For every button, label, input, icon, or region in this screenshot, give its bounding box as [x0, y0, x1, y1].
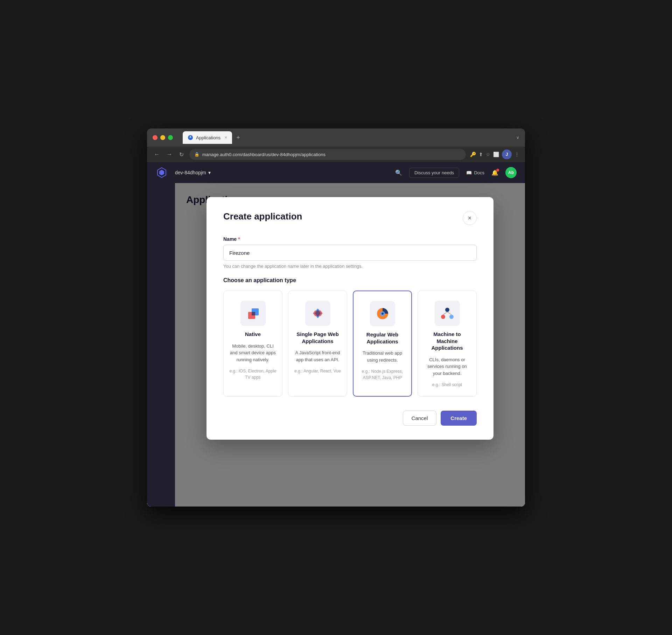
app-type-rwa[interactable]: Regular Web Applications Traditional web…: [353, 291, 412, 397]
traffic-lights: [153, 135, 173, 140]
modal-title: Create application: [223, 211, 302, 222]
pip-icon[interactable]: ⬜: [493, 152, 499, 157]
svg-point-11: [445, 308, 449, 312]
sidebar: [147, 183, 175, 507]
tab-title: Applications: [196, 135, 220, 140]
minimize-window-button[interactable]: [160, 135, 165, 140]
spa-type-desc: A JavaScript front-end app that uses an …: [294, 349, 341, 363]
forward-button[interactable]: →: [165, 150, 174, 159]
svg-line-15: [447, 312, 451, 315]
maximize-window-button[interactable]: [168, 135, 173, 140]
spa-type-example: e.g.: Angular, React, Vue: [294, 368, 341, 374]
menu-icon[interactable]: ⋮: [514, 152, 519, 157]
svg-line-14: [443, 312, 447, 315]
app-header: dev-84dhopjm ▾ 🔍 Discuss your needs 📖 Do…: [147, 162, 525, 183]
create-button[interactable]: Create: [441, 411, 477, 426]
create-application-modal: Create application × Name * You can chan…: [206, 197, 493, 440]
m2m-type-name: Machine to Machine Applications: [424, 331, 471, 351]
app-type-m2m[interactable]: Machine to Machine Applications CLIs, da…: [418, 291, 477, 397]
app-name-input[interactable]: [223, 245, 477, 261]
app-body: Applications Create application × Na: [147, 183, 525, 507]
cancel-button[interactable]: Cancel: [403, 411, 437, 426]
native-type-icon: [240, 301, 266, 326]
browser-titlebar: Applications × + ∨: [147, 128, 525, 147]
rwa-type-name: Regular Web Applications: [359, 331, 406, 345]
user-initials: Ab: [508, 170, 514, 175]
tab-close-button[interactable]: ×: [225, 135, 227, 140]
url-text: manage.auth0.com/dashboard/us/dev-84dhop…: [202, 152, 326, 157]
key-icon[interactable]: 🔑: [470, 152, 476, 157]
refresh-button[interactable]: ↻: [178, 150, 185, 159]
modal-overlay: Create application × Name * You can chan…: [175, 183, 525, 507]
svg-rect-3: [252, 312, 255, 315]
name-label: Name *: [223, 236, 477, 242]
notifications-button[interactable]: 🔔: [491, 169, 498, 176]
m2m-type-icon: [435, 301, 460, 326]
address-bar[interactable]: 🔒 manage.auth0.com/dashboard/us/dev-84dh…: [189, 149, 466, 160]
close-window-button[interactable]: [153, 135, 158, 140]
svg-point-12: [441, 315, 445, 319]
docs-label: Docs: [474, 170, 484, 175]
new-tab-button[interactable]: +: [233, 133, 243, 143]
rwa-type-example: e.g.: Node.js Express, ASP.NET, Java, PH…: [359, 368, 406, 381]
profile-avatar[interactable]: J: [502, 149, 512, 159]
app-type-native[interactable]: Native Mobile, desktop, CLI and smart de…: [223, 291, 282, 397]
rwa-type-icon: [370, 301, 395, 326]
lock-icon: 🔒: [194, 152, 200, 157]
browser-content: dev-84dhopjm ▾ 🔍 Discuss your needs 📖 Do…: [147, 162, 525, 507]
tab-dropdown-button[interactable]: ∨: [516, 135, 519, 140]
svg-point-13: [449, 315, 454, 319]
app-types-grid: Native Mobile, desktop, CLI and smart de…: [223, 291, 477, 397]
native-type-name: Native: [245, 331, 261, 338]
share-icon[interactable]: ⬆: [479, 152, 483, 157]
docs-button[interactable]: 📖 Docs: [466, 170, 484, 175]
tab-bar: Applications × + ∨: [183, 131, 519, 144]
modal-close-button[interactable]: ×: [463, 211, 477, 225]
address-actions: 🔑 ⬆ ☆ ⬜ J ⋮: [470, 149, 519, 159]
discuss-needs-button[interactable]: Discuss your needs: [409, 168, 459, 178]
rwa-type-desc: Traditional web app using redirects.: [359, 350, 406, 363]
name-form-group: Name * You can change the application na…: [223, 236, 477, 269]
spa-type-icon: [305, 301, 330, 326]
tab-favicon-icon: [188, 135, 193, 140]
name-label-text: Name: [223, 236, 237, 242]
tenant-name: dev-84dhopjm: [175, 170, 206, 175]
m2m-type-desc: CLIs, daemons or services running on you…: [424, 356, 471, 377]
name-hint: You can change the application name late…: [223, 264, 477, 269]
app-type-spa[interactable]: Single Page Web Applications A JavaScrip…: [288, 291, 347, 397]
back-button[interactable]: ←: [153, 150, 161, 159]
user-avatar[interactable]: Ab: [505, 167, 517, 178]
chevron-down-icon: ▾: [208, 170, 211, 175]
active-tab[interactable]: Applications ×: [183, 131, 232, 144]
notification-badge: [496, 169, 499, 172]
browser-window: Applications × + ∨ ← → ↻ 🔒 manage.auth0.…: [147, 128, 525, 507]
address-bar-row: ← → ↻ 🔒 manage.auth0.com/dashboard/us/de…: [147, 147, 525, 162]
app-logo-icon: [155, 166, 168, 179]
svg-point-10: [382, 313, 384, 315]
spa-type-name: Single Page Web Applications: [294, 331, 341, 344]
tenant-selector[interactable]: dev-84dhopjm ▾: [175, 170, 211, 175]
app-type-section-title: Choose an application type: [223, 277, 477, 284]
m2m-type-example: e.g.: Shell script: [432, 382, 462, 388]
modal-header: Create application ×: [223, 211, 477, 225]
book-icon: 📖: [466, 170, 472, 175]
native-type-desc: Mobile, desktop, CLI and smart device ap…: [229, 343, 276, 363]
required-indicator: *: [238, 236, 240, 242]
main-content: Applications Create application × Na: [175, 183, 525, 507]
native-type-example: e.g.: iOS, Electron, Apple TV apps: [229, 368, 276, 381]
bookmark-icon[interactable]: ☆: [486, 152, 490, 157]
modal-footer: Cancel Create: [223, 411, 477, 426]
search-icon[interactable]: 🔍: [395, 169, 402, 176]
